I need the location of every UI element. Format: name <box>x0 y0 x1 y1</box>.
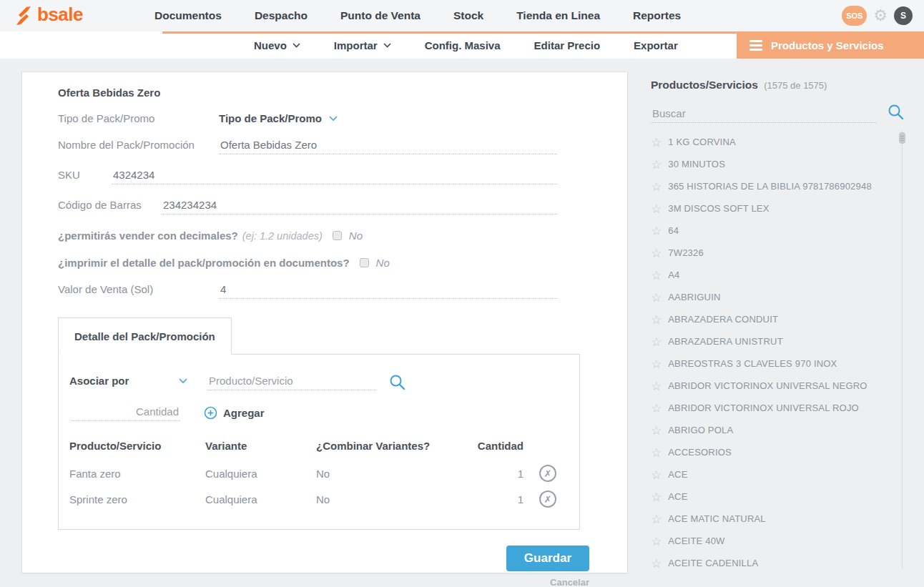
star-icon[interactable]: ☆ <box>651 468 662 482</box>
star-icon[interactable]: ☆ <box>651 135 662 149</box>
nav-despacho[interactable]: Despacho <box>255 9 308 22</box>
nombre-row: Nombre del Pack/Promoción <box>58 138 580 154</box>
delete-row-button[interactable]: ✗ <box>539 465 556 482</box>
detalle-pack-panel: Asociar por <box>58 354 580 530</box>
star-icon[interactable]: ☆ <box>651 445 662 460</box>
agregar-button[interactable]: Agregar <box>204 406 265 420</box>
cantidad-input[interactable] <box>71 405 180 421</box>
asociar-row: Asociar por <box>69 374 569 393</box>
star-icon[interactable]: ☆ <box>651 335 662 349</box>
sidebar-title: Productos/Servicios (1575 de 1575) <box>651 79 904 92</box>
list-item[interactable]: ☆ 3M DISCOS SOFT LEX <box>651 197 904 219</box>
menu-nuevo[interactable]: Nuevo <box>254 39 300 51</box>
list-item[interactable]: ☆ ABRIDOR VICTORINOX UNIVERSAL ROJO <box>651 397 904 419</box>
list-item[interactable]: ☆ 365 HISTORIAS DE LA BIBLIA 97817869029… <box>651 175 904 197</box>
star-icon[interactable]: ☆ <box>651 357 662 371</box>
product-name: ACCESORIOS <box>668 447 732 458</box>
product-list: ☆ 1 KG CORVINA ☆ 30 MINUTOS ☆ 365 HISTOR… <box>651 131 904 574</box>
star-icon[interactable]: ☆ <box>651 401 662 415</box>
list-item[interactable]: ☆ ACE MATIC NATURAL <box>651 508 904 530</box>
star-icon[interactable]: ☆ <box>651 290 662 305</box>
cell-combinar: No <box>316 460 463 486</box>
nav-documentos[interactable]: Documentos <box>154 9 222 22</box>
search-icon <box>888 104 904 120</box>
star-icon[interactable]: ☆ <box>651 312 662 327</box>
product-name: A4 <box>668 270 679 280</box>
tipo-pack-dropdown[interactable]: Tipo de Pack/Promo <box>219 112 338 124</box>
list-item[interactable]: ☆ ACE <box>651 485 904 508</box>
actions-toolbar: Nuevo Importar Config. Masiva Editar Pre… <box>0 31 924 59</box>
nombre-input[interactable] <box>219 138 557 154</box>
user-avatar[interactable]: S <box>894 6 913 25</box>
star-icon[interactable]: ☆ <box>651 490 662 504</box>
list-item[interactable]: ☆ 1 KG CORVINA <box>651 131 904 153</box>
star-icon[interactable]: ☆ <box>651 556 662 571</box>
list-item[interactable]: ☆ ABREOSTRAS 3 CLAVELES 970 INOX <box>651 352 904 375</box>
search-input[interactable] <box>651 107 876 123</box>
nav-punto-de-venta[interactable]: Punto de Venta <box>340 9 421 22</box>
context-panel-productos[interactable]: Productos y Servicios <box>737 31 924 59</box>
star-icon[interactable]: ☆ <box>651 379 662 393</box>
pack-form-card: Oferta Bebidas Zero Tipo de Pack/Promo T… <box>21 71 628 573</box>
sidebar-scrollbar-thumb[interactable] <box>899 132 905 144</box>
menu-exportar[interactable]: Exportar <box>634 39 678 51</box>
context-panel-label: Productos y Servicios <box>771 39 884 51</box>
asociar-por-dropdown[interactable]: Asociar por <box>69 375 187 387</box>
list-item[interactable]: ☆ A4 <box>651 264 904 286</box>
search-icon <box>389 374 406 390</box>
cantidad-row: Agregar <box>69 405 569 421</box>
list-item[interactable]: ☆ ABRAZADERA CONDUIT <box>651 308 904 330</box>
star-icon[interactable]: ☆ <box>651 179 662 194</box>
nav-reportes[interactable]: Reportes <box>633 9 681 22</box>
valor-venta-input[interactable] <box>219 282 557 299</box>
list-item[interactable]: ☆ 7W2326 <box>651 242 904 264</box>
cell-cantidad: 1 <box>463 486 524 512</box>
valor-venta-row: Valor de Venta (Sol) <box>58 282 580 299</box>
list-item[interactable]: ☆ ABRIDOR VICTORINOX UNIVERSAL NEGRO <box>651 375 904 397</box>
star-icon[interactable]: ☆ <box>651 157 662 172</box>
cancel-link[interactable]: Cancelar <box>58 577 589 587</box>
decimales-checkbox[interactable] <box>333 231 342 240</box>
save-button[interactable]: Guardar <box>506 546 589 571</box>
list-item[interactable]: ☆ ACE <box>651 463 904 485</box>
list-item[interactable]: ☆ ACCESORIOS <box>651 441 904 463</box>
star-icon[interactable]: ☆ <box>651 534 662 548</box>
list-item[interactable]: ☆ 30 MINUTOS <box>651 153 904 175</box>
product-name: ACE <box>668 491 687 502</box>
star-icon[interactable]: ☆ <box>651 268 662 282</box>
sos-button[interactable]: SOS <box>842 6 867 26</box>
codigo-barras-label: Código de Barras <box>58 199 162 211</box>
menu-editar-precio[interactable]: Editar Precio <box>534 39 601 51</box>
nav-stock[interactable]: Stock <box>453 9 483 22</box>
nav-tienda-en-linea[interactable]: Tienda en Linea <box>516 9 600 22</box>
tipo-pack-row: Tipo de Pack/Promo Tipo de Pack/Promo <box>58 112 580 124</box>
sidebar-scrollbar-track[interactable] <box>902 130 903 568</box>
menu-importar[interactable]: Importar <box>334 39 391 51</box>
star-icon[interactable]: ☆ <box>651 423 662 438</box>
star-icon[interactable]: ☆ <box>651 246 662 260</box>
chevron-down-icon <box>293 43 300 48</box>
list-item[interactable]: ☆ ACEITE 40W <box>651 530 904 552</box>
producto-servicio-input[interactable] <box>207 374 376 390</box>
sidebar-search-button[interactable] <box>888 104 904 123</box>
star-icon[interactable]: ☆ <box>651 202 662 216</box>
list-item[interactable]: ☆ AABRIGUIN <box>651 286 904 308</box>
imprimir-checkbox[interactable] <box>360 258 369 267</box>
sku-input[interactable] <box>112 168 557 184</box>
gear-icon[interactable]: ⚙ <box>873 8 888 24</box>
codigo-barras-input[interactable] <box>162 198 557 214</box>
search-producto-button[interactable] <box>389 374 406 393</box>
list-item[interactable]: ☆ ABRAZADERA UNISTRUT <box>651 330 904 352</box>
list-item[interactable]: ☆ 64 <box>651 219 904 242</box>
tab-detalle-pack[interactable]: Detalle del Pack/Promoción <box>58 317 232 355</box>
delete-row-button[interactable]: ✗ <box>539 490 556 508</box>
list-item[interactable]: ☆ ABRIGO POLA <box>651 419 904 441</box>
main-nav: Documentos Despacho Punto de Venta Stock… <box>154 9 681 22</box>
list-item[interactable]: ☆ ACEITE CADENILLA <box>651 552 904 574</box>
star-icon[interactable]: ☆ <box>651 224 662 238</box>
cell-producto: Fanta zero <box>69 460 205 486</box>
bsale-logo[interactable]: bsale <box>14 5 83 26</box>
menu-config-masiva[interactable]: Config. Masiva <box>425 39 501 51</box>
cell-combinar: No <box>316 486 463 512</box>
star-icon[interactable]: ☆ <box>651 512 662 526</box>
